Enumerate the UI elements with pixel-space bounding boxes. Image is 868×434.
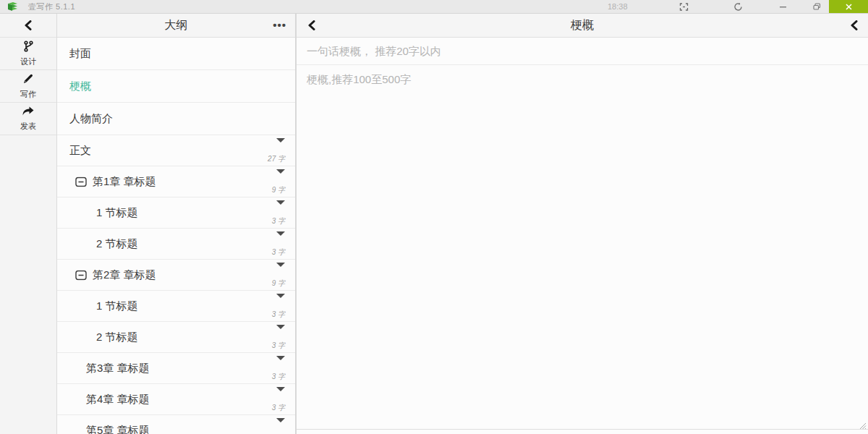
- outline-item-label: 梗概: [69, 80, 91, 93]
- outline-item[interactable]: 第1章 章标题9 字: [57, 166, 295, 197]
- chevron-left-icon: [308, 20, 315, 30]
- outline-item[interactable]: 人物简介: [57, 103, 295, 135]
- outline-item-label: 第5章 章标题: [86, 424, 150, 434]
- outline-title: 大纲: [165, 18, 188, 33]
- outline-item-text: 第5章 章标题: [86, 424, 150, 434]
- rail-item-label: 设计: [20, 56, 36, 67]
- outline-item-text: 2 节标题: [96, 237, 138, 251]
- outline-item-label: 1 节标题: [96, 299, 138, 313]
- collapse-box-icon[interactable]: [75, 176, 87, 187]
- restore-window-icon[interactable]: [804, 0, 829, 13]
- app-logo-icon: [7, 1, 19, 12]
- outline-item-text: 1 节标题: [96, 206, 138, 220]
- outline-item-text: 第3章 章标题: [86, 362, 150, 375]
- close-window-button[interactable]: [829, 0, 868, 13]
- editor-collapse-button[interactable]: [851, 20, 858, 30]
- outline-item[interactable]: 封面: [57, 38, 295, 70]
- app-title: 壹写作 5.1.1: [28, 1, 75, 12]
- outline-list: 封面梗概人物简介正文27 字第1章 章标题9 字1 节标题3 字2 节标题3 字…: [57, 38, 295, 434]
- rail-item-label: 写作: [20, 89, 36, 100]
- word-count: 9 字: [272, 278, 285, 289]
- outline-item-label: 2 节标题: [96, 237, 138, 251]
- chevron-down-icon[interactable]: [276, 356, 285, 360]
- rail-item-label: 发表: [20, 121, 36, 132]
- chevron-down-icon[interactable]: [276, 169, 285, 174]
- mode-rail: 设计写作发表: [0, 14, 57, 434]
- outline-item-label: 1 节标题: [96, 206, 138, 220]
- synopsis-oneline-input[interactable]: [297, 38, 868, 65]
- outline-item-label: 第3章 章标题: [86, 362, 150, 375]
- outline-menu-icon[interactable]: •••: [273, 23, 286, 27]
- chevron-down-icon[interactable]: [276, 138, 285, 142]
- chevron-left-icon: [851, 20, 858, 30]
- outline-item-text: 2 节标题: [96, 331, 138, 344]
- outline-item[interactable]: 第4章 章标题3 字: [57, 384, 295, 415]
- outline-item-label: 第2章 章标题: [75, 268, 156, 282]
- chevron-down-icon[interactable]: [276, 294, 285, 298]
- rail-item-design[interactable]: 设计: [0, 38, 56, 70]
- outline-item-text: 第1章 章标题: [93, 175, 156, 189]
- chevron-down-icon[interactable]: [276, 263, 285, 267]
- sync-icon[interactable]: [726, 0, 750, 13]
- outline-item-label: 第4章 章标题: [86, 393, 150, 407]
- chevron-down-icon[interactable]: [276, 325, 285, 329]
- outline-item-text: 梗概: [69, 80, 91, 93]
- word-count: 3 字: [272, 216, 285, 226]
- clock-text: 18:38: [608, 0, 628, 13]
- word-count: 3 字: [272, 247, 285, 258]
- outline-item[interactable]: 2 节标题3 字: [57, 322, 295, 353]
- outline-item-text: 正文: [69, 144, 91, 158]
- outline-item[interactable]: 第2章 章标题9 字: [57, 260, 295, 291]
- outline-item-text: 人物简介: [69, 112, 113, 126]
- publish-arrow-icon: [22, 106, 35, 119]
- outline-header: 大纲 •••: [57, 14, 295, 38]
- focus-mode-icon[interactable]: [671, 0, 696, 13]
- rail-back-button[interactable]: [0, 14, 56, 38]
- outline-item-text: 第4章 章标题: [86, 393, 150, 407]
- outline-item[interactable]: 第3章 章标题3 字: [57, 353, 295, 384]
- outline-item-text: 封面: [69, 47, 91, 61]
- word-count: 27 字: [268, 154, 285, 164]
- branch-icon: [23, 41, 34, 55]
- editor-back-button[interactable]: [308, 20, 315, 30]
- collapse-box-icon[interactable]: [75, 270, 87, 280]
- word-count: 9 字: [272, 185, 285, 195]
- minimize-icon[interactable]: [771, 0, 796, 13]
- outline-item[interactable]: 1 节标题3 字: [57, 197, 295, 229]
- word-count: 3 字: [272, 403, 285, 413]
- chevron-down-icon[interactable]: [276, 200, 285, 205]
- outline-item-text: 第2章 章标题: [93, 268, 156, 282]
- outline-item[interactable]: 2 节标题3 字: [57, 229, 295, 260]
- chevron-down-icon[interactable]: [276, 387, 285, 391]
- pencil-icon: [22, 73, 34, 88]
- title-bar: 壹写作 5.1.1 18:38: [0, 0, 868, 14]
- word-count: 3 字: [272, 372, 285, 382]
- outline-item-text: 1 节标题: [96, 299, 138, 313]
- chevron-left-icon: [25, 20, 32, 30]
- outline-item[interactable]: 第5章 章标题: [57, 415, 295, 434]
- chevron-down-icon[interactable]: [276, 418, 285, 422]
- editor-panel: 梗概: [297, 14, 868, 434]
- outline-item-label: 正文: [69, 144, 91, 158]
- word-count: 3 字: [272, 341, 285, 351]
- outline-item-label: 第1章 章标题: [75, 175, 156, 189]
- synopsis-body-textarea[interactable]: [297, 65, 868, 434]
- outline-item[interactable]: 正文27 字: [57, 135, 295, 166]
- outline-item-label: 人物简介: [69, 112, 113, 126]
- word-count: 3 字: [272, 310, 285, 320]
- editor-title: 梗概: [571, 18, 594, 33]
- resize-grip[interactable]: [859, 420, 867, 433]
- outline-item-label: 2 节标题: [96, 331, 138, 344]
- outline-panel: 大纲 ••• 封面梗概人物简介正文27 字第1章 章标题9 字1 节标题3 字2…: [57, 14, 297, 434]
- rail-item-writing[interactable]: 写作: [0, 70, 56, 103]
- outline-item[interactable]: 1 节标题3 字: [57, 291, 295, 322]
- rail-item-publish[interactable]: 发表: [0, 103, 56, 135]
- chevron-down-icon[interactable]: [276, 231, 285, 236]
- window-bottom-edge: [297, 429, 868, 430]
- outline-item-label: 封面: [69, 47, 91, 61]
- outline-item[interactable]: 梗概: [57, 70, 295, 103]
- editor-header: 梗概: [297, 14, 868, 38]
